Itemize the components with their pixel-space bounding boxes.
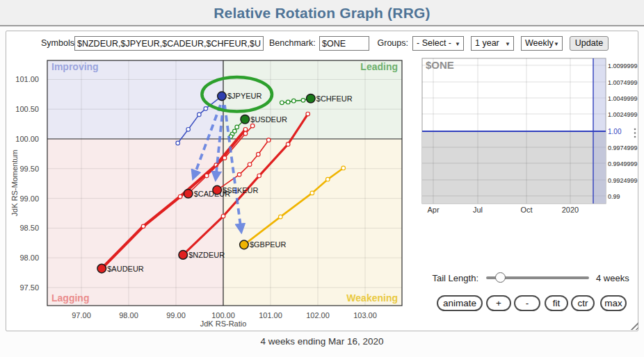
y-tick: 98.00	[19, 254, 39, 262]
x-tick: 99.00	[166, 311, 186, 319]
chevron-down-icon: ▼	[505, 38, 510, 51]
dot-GBPEUR[interactable]	[240, 240, 249, 249]
dot-CADEUR[interactable]	[184, 189, 193, 198]
benchmark-y-label: 0.99	[608, 193, 620, 200]
groups-label: Groups:	[375, 36, 408, 51]
x-tick: 98.00	[119, 311, 138, 319]
quadrant-label-leading: Leading	[360, 61, 398, 72]
x-tick: 102.00	[306, 311, 330, 319]
update-button[interactable]: Update	[570, 36, 609, 51]
benchmark-x-label: 2020	[562, 206, 579, 214]
panel-divider-grip[interactable]	[634, 128, 636, 131]
tail-length-label: Tail Length:	[396, 273, 478, 283]
y-axis-label: JdK RS-Momentum	[10, 150, 19, 217]
y-tick: 100.50	[15, 105, 39, 113]
dot-NZDEUR[interactable]	[179, 251, 188, 260]
benchmark-y-label: 1.0074999	[608, 79, 638, 86]
tail-length-slider[interactable]	[486, 276, 589, 279]
benchmark-input[interactable]	[319, 36, 369, 51]
label-GBPEUR: $GBPEUR	[250, 240, 287, 249]
benchmark-y-label: 0.9924999	[608, 177, 638, 184]
chevron-down-icon: ▼	[455, 38, 460, 51]
y-tick: 97.50	[19, 283, 39, 292]
x-tick: 103.00	[353, 311, 377, 319]
groups-select-value: - Select -	[417, 38, 451, 48]
label-AUDEUR: $AUDEUR	[107, 265, 144, 273]
y-tick: 99.00	[19, 194, 39, 203]
x-tick: 97.00	[72, 311, 91, 319]
frequency-select[interactable]: Weekly ▼	[521, 36, 563, 51]
dot-USDEUR[interactable]	[241, 115, 250, 124]
benchmark-title: $ONE	[426, 59, 454, 71]
frequency-select-value: Weekly	[525, 38, 554, 48]
footer-caption: 4 weeks ending Mar 16, 2020	[0, 336, 644, 347]
quadrant-label-improving: Improving	[51, 61, 99, 72]
dot-SEKEUR[interactable]	[213, 185, 222, 194]
x-tick: 101.00	[259, 311, 282, 319]
period-select[interactable]: 1 year ▼	[471, 36, 514, 51]
benchmark-x-label: Jul	[473, 206, 483, 214]
dot-JPYEUR[interactable]	[218, 92, 227, 101]
benchmark-y-label: 0.9949999	[608, 160, 638, 167]
dot-AUDEUR[interactable]	[97, 264, 106, 273]
rrg-chart: ImprovingLeadingLaggingWeakening97.0098.…	[6, 31, 638, 331]
benchmark-y-label: 0.9974999	[608, 144, 638, 151]
panel-divider-grip[interactable]	[634, 132, 636, 134]
rrg-widget: ImprovingLeadingLaggingWeakening97.0098.…	[6, 31, 638, 331]
benchmark-y-label: 1.0049999	[608, 95, 638, 102]
quadrant-lagging	[47, 139, 223, 306]
x-tick: 100.00	[211, 311, 235, 319]
label-NZDEUR: $NZDEUR	[188, 251, 225, 259]
benchmark-panel: $ONE1.00999991.00749991.00499991.0024999…	[422, 58, 638, 214]
label-JPYEUR: $JPYEUR	[227, 92, 262, 100]
label-USDEUR: $USDEUR	[250, 115, 287, 124]
page-title: Relative Rotation Graph (RRG)	[0, 0, 644, 26]
benchmark-y-label: 1.00	[608, 128, 622, 135]
groups-select[interactable]: - Select - ▼	[412, 36, 464, 51]
benchmark-y-label: 1.0099999	[608, 63, 638, 69]
symbols-input[interactable]	[74, 36, 264, 51]
benchmark-y-label: 1.0024999	[608, 111, 638, 118]
benchmark-x-label: Oct	[520, 206, 532, 214]
tail-length-value: 4 weeks	[596, 273, 629, 283]
y-tick: 98.50	[19, 224, 39, 232]
app-header: Relative Rotation Graph (RRG)	[0, 0, 644, 26]
y-tick: 101.00	[15, 75, 39, 83]
x-axis-label: JdK RS-Ratio	[200, 319, 247, 328]
symbols-label: Symbols:	[41, 36, 72, 51]
dot-CHFEUR[interactable]	[307, 94, 316, 103]
label-CHFEUR: $CHFEUR	[316, 94, 353, 103]
y-tick: 100.00	[15, 135, 39, 143]
chevron-down-icon: ▼	[554, 38, 559, 51]
quadrant-label-lagging: Lagging	[51, 292, 89, 304]
period-select-value: 1 year	[475, 38, 499, 48]
y-tick: 99.50	[19, 165, 39, 173]
quadrant-label-weakening: Weakening	[346, 292, 398, 304]
panel-divider-grip[interactable]	[634, 136, 636, 138]
benchmark-x-label: Apr	[427, 206, 439, 214]
tail-length-slider-thumb[interactable]	[495, 272, 506, 283]
benchmark-label: Benchmark:	[269, 36, 315, 51]
label-SEKEUR: $SEKEUR	[223, 186, 258, 194]
